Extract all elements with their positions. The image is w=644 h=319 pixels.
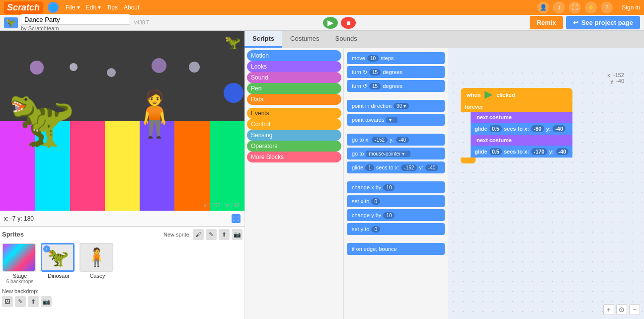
block-point-towards[interactable]: point towards ▾ (347, 114, 445, 126)
upload-backdrop-button[interactable]: ⬆ (28, 296, 39, 307)
next-costume-block-2[interactable]: next costume (471, 135, 572, 146)
script-coord-display: x: -152 y: -40 (607, 72, 624, 84)
tab-sounds[interactable]: Sounds (327, 31, 365, 48)
block-move[interactable]: move 10 steps (347, 52, 445, 64)
dancer-on-stage: 🧍 (127, 91, 182, 136)
category-pen[interactable]: Pen (247, 83, 341, 94)
stage-dot (70, 63, 78, 71)
block-set-y[interactable]: set y to 0 (347, 223, 445, 235)
see-project-button[interactable]: ↩ See project page (566, 16, 640, 29)
tab-scripts[interactable]: Scripts (244, 31, 282, 48)
glide-block-1[interactable]: glide 0.5 secs to x: -80 y: -40 (471, 123, 572, 135)
dinosaur-sprite-item[interactable]: i 🦖 Dinosaur (41, 243, 77, 284)
camera-backdrop-button[interactable]: 📷 (41, 296, 52, 307)
category-more[interactable]: More Blocks (247, 152, 341, 162)
paint-sprite-button[interactable]: 🖌 (193, 229, 204, 240)
turbo-icon[interactable]: ⚡ (585, 1, 597, 13)
hat-block[interactable]: when clicked (461, 88, 572, 102)
new-sprite-controls: New sprite: 🖌 ✎ ⬆ 📷 (163, 229, 242, 240)
block-turn-ccw[interactable]: turn ↺ 15 degrees (347, 80, 445, 92)
stage-dot (107, 68, 116, 77)
block-go-to-pointer[interactable]: go to mouse-pointer ▾ (347, 148, 445, 160)
dinosaur-sprite-name: Dinosaur (41, 273, 77, 279)
category-data[interactable]: Data (247, 94, 341, 105)
paint-backdrop-button[interactable]: 🖼 (2, 296, 13, 307)
sprite-info-badge[interactable]: i (43, 245, 50, 252)
scripts-canvas-area: when clicked forever next costume (448, 48, 644, 319)
dinosaur-thumb: i 🦖 (41, 243, 75, 272)
see-project-icon: ↩ (573, 19, 578, 26)
scripts-canvas[interactable]: when clicked forever next costume (448, 68, 644, 319)
cursor-y: y: 180 (17, 215, 34, 222)
category-looks[interactable]: Looks (247, 61, 341, 72)
pencil-sprite-button[interactable]: ✎ (206, 229, 217, 240)
edit-menu[interactable]: Edit ▾ (84, 3, 103, 12)
sign-in-button[interactable]: Sign in (622, 4, 640, 11)
zoom-reset-button[interactable]: ⊙ (616, 304, 627, 315)
right-panel: Scripts Costumes Sounds Motion Looks Sou… (244, 31, 644, 319)
file-menu[interactable]: File ▾ (64, 3, 82, 12)
main-area: 🦖 🧍 x: -152 y: -40 🦖 x: -7 y: 180 ⛶ Spri… (0, 31, 644, 319)
category-motion[interactable]: Motion (247, 50, 341, 61)
stage-dot (189, 62, 200, 73)
block-bounce[interactable]: if on edge, bounce (347, 243, 445, 255)
zoom-out-button[interactable]: − (629, 304, 640, 315)
stage-dino-preview: 🦖 (225, 35, 241, 50)
sprite-preview-icon: 🦖 (4, 17, 18, 28)
upload-sprite-button[interactable]: ⬆ (219, 229, 230, 240)
about-menu[interactable]: About (122, 3, 141, 12)
tips-menu[interactable]: Tips (105, 3, 120, 12)
block-turn-cw[interactable]: turn ↻ 15 degrees (347, 66, 445, 78)
block-glide[interactable]: glide 1 secs to x: -152 y: -40 (347, 161, 445, 173)
expand-button[interactable]: ⛶ (232, 214, 241, 223)
block-set-x[interactable]: set x to 0 (347, 195, 445, 207)
stage-dot (30, 61, 44, 75)
stage-dot (152, 58, 166, 73)
blocks-and-scripts: Motion Looks Sound Pen Data Events Contr… (244, 48, 644, 319)
nav-menu: File ▾ Edit ▾ Tips About (64, 3, 141, 12)
category-operators[interactable]: Operators (247, 141, 341, 152)
sprites-header: Sprites New sprite: 🖌 ✎ ⬆ 📷 (2, 229, 242, 240)
zoom-in-button[interactable]: + (603, 304, 614, 315)
stage-sprite-name: Stage (2, 273, 38, 279)
stage-sprite-item[interactable]: Stage 6 backdrops (2, 243, 38, 284)
cursor-icon[interactable]: ↕ (553, 1, 565, 13)
categories-list: Motion Looks Sound Pen Data Events Contr… (245, 48, 343, 319)
block-change-x[interactable]: change x by 10 (347, 181, 445, 193)
casey-sprite-name: Casey (80, 273, 115, 279)
backdrop-icons: 🖼 ✎ ⬆ 📷 (2, 296, 242, 307)
fullscreen-icon[interactable]: ⛶ (569, 1, 581, 13)
sprites-panel: Sprites New sprite: 🖌 ✎ ⬆ 📷 Stage 6 back… (0, 227, 244, 319)
category-sensing[interactable]: Sensing (247, 130, 341, 141)
category-control[interactable]: Control (247, 119, 341, 130)
forever-cap (461, 158, 476, 163)
cursor-x: x: -7 (4, 215, 15, 222)
block-spacer-2 (347, 128, 445, 132)
person-icon[interactable]: 👤 (537, 1, 549, 13)
category-sound[interactable]: Sound (247, 72, 341, 83)
camera-sprite-button[interactable]: 📷 (232, 229, 242, 240)
pencil-backdrop-button[interactable]: ✎ (15, 296, 26, 307)
scratch-logo: Scratch (4, 1, 43, 14)
backdrop-title: New backdrop: (2, 288, 242, 294)
stop-button[interactable]: ■ (341, 17, 356, 29)
block-change-y[interactable]: change y by 10 (347, 209, 445, 221)
block-go-to-xy[interactable]: go to x: -152 y: -40 (347, 134, 445, 146)
block-spacer (347, 94, 445, 98)
project-name-input[interactable] (21, 14, 130, 25)
remix-button[interactable]: Remix (530, 16, 563, 29)
forever-block[interactable]: forever (461, 102, 572, 112)
next-costume-block-1[interactable]: next costume (471, 112, 572, 123)
globe-icon[interactable]: 🌐 (48, 2, 59, 13)
zoom-controls: + ⊙ − (603, 304, 640, 315)
green-flag-button[interactable]: ▶ (323, 17, 338, 29)
block-point-direction[interactable]: point in direction 90 ▾ (347, 100, 445, 112)
casey-sprite-item[interactable]: 🧍 Casey (80, 243, 115, 284)
category-events[interactable]: Events (247, 108, 341, 119)
help-icon[interactable]: ? (601, 1, 613, 13)
scripts-tabs: Scripts Costumes Sounds (244, 31, 644, 48)
stage-area: 🦖 🧍 x: -152 y: -40 🦖 x: -7 y: 180 ⛶ Spri… (0, 31, 244, 319)
tab-costumes[interactable]: Costumes (282, 31, 327, 48)
glide-block-2[interactable]: glide 0.5 secs to x: -170 y: -40 (471, 146, 572, 158)
block-spacer-4 (347, 237, 445, 241)
